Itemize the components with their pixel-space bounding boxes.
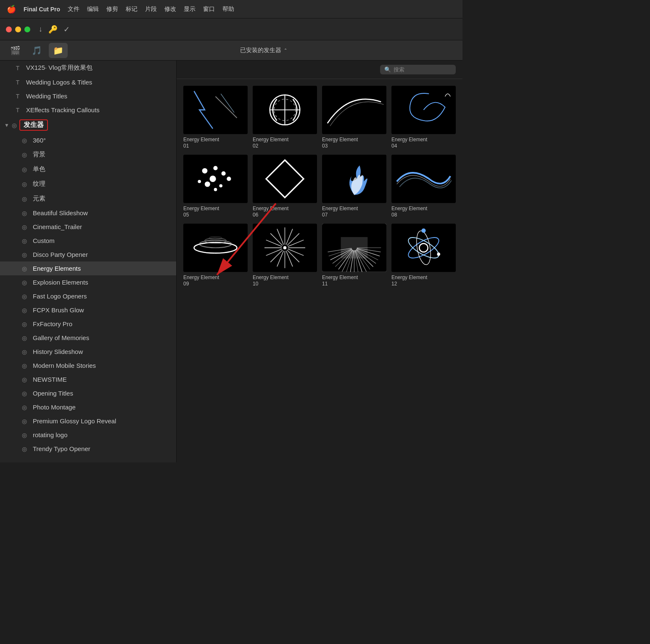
search-input[interactable]: [394, 66, 452, 73]
tab-photos-icon[interactable]: 🎵: [27, 43, 46, 58]
grid-item-ee06[interactable]: Energy Element 06: [253, 155, 317, 219]
sidebar-item-fcpx-brush[interactable]: ◎ FCPX Brush Glow: [0, 303, 176, 317]
sidebar-item-explosion[interactable]: ◎ Explosion Elements: [0, 275, 176, 289]
grid-label-ee09: Energy Element 09: [183, 274, 248, 288]
sidebar-item-wedding-titles[interactable]: T Wedding Titles: [0, 89, 176, 103]
traffic-lights: [6, 26, 30, 32]
svg-rect-20: [253, 155, 317, 203]
sidebar-item-energy-elements[interactable]: ◎ Energy Elements: [0, 261, 176, 275]
grid-label-ee12: Energy Element 12: [391, 274, 456, 288]
sidebar-icon-wedding-logos: T: [13, 79, 22, 86]
sidebar-item-premium-glossy[interactable]: ◎ Premium Glossy Logo Reveal: [0, 414, 176, 428]
key-icon[interactable]: 🔑: [48, 25, 58, 34]
menu-app-name[interactable]: Final Cut Pro: [24, 6, 60, 13]
sidebar-label-fcpx-brush: FCPX Brush Glow: [33, 306, 169, 314]
sidebar-item-opening-titles[interactable]: ◎ Opening Titles: [0, 386, 176, 400]
sidebar-icon-energy-elements: ◎: [20, 265, 29, 272]
section-generator-icon: ◎: [12, 122, 17, 129]
sidebar-label-cinematic: Cinematic_Trailer: [33, 223, 169, 230]
grid-item-ee02[interactable]: Energy Element 02: [253, 86, 317, 150]
sidebar-icon-xeffects: T: [13, 107, 22, 113]
sidebar-label-history: History Slideshow: [33, 348, 169, 355]
sidebar-item-360[interactable]: ◎ 360°: [0, 133, 176, 147]
grid-item-ee10[interactable]: Energy Element 10: [253, 224, 317, 288]
menu-edit[interactable]: 编辑: [87, 5, 99, 13]
sidebar-item-fast-logo[interactable]: ◎ Fast Logo Openers: [0, 289, 176, 303]
sidebar-item-photo-montage[interactable]: ◎ Photo Montage: [0, 400, 176, 414]
sidebar-icon-custom: ◎: [20, 238, 29, 244]
minimize-button[interactable]: [15, 26, 21, 32]
sidebar-item-trendy-typo[interactable]: ◎ Trendy Typo Opener: [0, 442, 176, 456]
sidebar-item-modern-mobile[interactable]: ◎ Modern Mobile Stories: [0, 359, 176, 372]
sidebar-icon-vlog: T: [13, 65, 22, 71]
close-button[interactable]: [6, 26, 12, 32]
svg-point-11: [202, 168, 208, 174]
grid-item-ee04[interactable]: Energy Element 04: [391, 86, 456, 150]
grid-item-ee03[interactable]: Energy Element 03: [322, 86, 386, 150]
sidebar-item-custom[interactable]: ◎ Custom: [0, 234, 176, 248]
sidebar-item-gallery[interactable]: ◎ Gallery of Memories: [0, 331, 176, 345]
menu-window[interactable]: 窗口: [203, 5, 215, 13]
tab-projects-icon[interactable]: 🎬: [6, 43, 25, 58]
search-bar: 🔍: [177, 61, 462, 79]
grid-item-ee12[interactable]: Energy Element 12: [391, 224, 456, 288]
grid-container: Energy Element 01 Energy Element 02 Ener…: [177, 79, 462, 462]
sidebar-item-wedding-logos[interactable]: T Wedding Logos & Titles: [0, 75, 176, 89]
search-icon: 🔍: [384, 66, 391, 73]
sidebar-item-rotating-logo[interactable]: ◎ rotating logo: [0, 428, 176, 442]
check-icon[interactable]: ✓: [63, 25, 70, 34]
svg-point-16: [219, 184, 222, 187]
sidebar-icon-modern-mobile: ◎: [20, 362, 29, 369]
menu-trim[interactable]: 修剪: [106, 5, 118, 13]
apple-logo-icon[interactable]: 🍎: [7, 5, 16, 14]
thumbnail-ee08: [391, 155, 456, 203]
svg-point-19: [214, 188, 217, 191]
tab-title: 已安装的发生器: [240, 47, 281, 54]
menu-help[interactable]: 帮助: [222, 5, 234, 13]
thumbnail-ee03: [322, 86, 386, 134]
grid-item-ee05[interactable]: Energy Element 05: [183, 155, 248, 219]
sidebar: T VX125· Vlog常用效果包 T Wedding Logos & Tit…: [0, 61, 177, 462]
menu-clip[interactable]: 片段: [145, 5, 157, 13]
sidebar-item-texture[interactable]: ◎ 纹理: [0, 177, 176, 191]
svg-point-76: [437, 253, 440, 256]
grid-label-ee08: Energy Element 08: [391, 206, 456, 219]
sidebar-label-bg: 背景: [33, 150, 169, 158]
sidebar-item-elements[interactable]: ◎ 元素: [0, 191, 176, 206]
grid-item-ee01[interactable]: Energy Element 01: [183, 86, 248, 150]
fullscreen-button[interactable]: [24, 26, 30, 32]
svg-point-14: [222, 171, 226, 175]
sidebar-item-solid[interactable]: ◎ 单色: [0, 162, 176, 177]
tab-generators-icon[interactable]: 📁: [49, 43, 68, 58]
chevron-down-icon[interactable]: ⌃: [284, 48, 287, 53]
sidebar-item-bg[interactable]: ◎ 背景: [0, 147, 176, 162]
grid-item-ee07[interactable]: Energy Element 07: [322, 155, 386, 219]
sidebar-item-fxfactory[interactable]: ◎ FxFactory Pro: [0, 317, 176, 331]
thumbnail-ee10: [253, 224, 317, 272]
sidebar-item-vlog[interactable]: T VX125· Vlog常用效果包: [0, 61, 176, 75]
menu-view[interactable]: 显示: [184, 5, 196, 13]
section-generator[interactable]: ▼ ◎ 发生器: [0, 117, 176, 133]
sidebar-item-history[interactable]: ◎ History Slideshow: [0, 345, 176, 359]
grid-item-ee09[interactable]: Energy Element 09: [183, 224, 248, 288]
sidebar-label-newstime: NEWSTIME: [33, 376, 169, 383]
sidebar-item-newstime[interactable]: ◎ NEWSTIME: [0, 372, 176, 386]
thumbnail-ee04: [391, 86, 456, 134]
sidebar-label-360: 360°: [33, 137, 169, 144]
down-arrow-icon[interactable]: ↓: [39, 25, 42, 34]
sidebar-item-beautiful-slideshow[interactable]: ◎ Beautiful Slideshow: [0, 206, 176, 220]
grid-label-ee07: Energy Element 07: [322, 206, 386, 219]
sidebar-item-disco[interactable]: ◎ Disco Party Opener: [0, 248, 176, 261]
sidebar-item-xeffects[interactable]: T XEffects Tracking Callouts: [0, 103, 176, 117]
grid-item-ee08[interactable]: Energy Element 08: [391, 155, 456, 219]
grid-item-ee11[interactable]: Energy Element 11: [322, 224, 386, 288]
menu-file[interactable]: 文件: [68, 5, 79, 13]
sidebar-item-cinematic[interactable]: ◎ Cinematic_Trailer: [0, 220, 176, 234]
thumbnail-ee09: [183, 224, 248, 272]
main-layout: T VX125· Vlog常用效果包 T Wedding Logos & Tit…: [0, 61, 462, 462]
sidebar-label-energy-elements: Energy Elements: [33, 265, 169, 272]
sidebar-label-fxfactory: FxFactory Pro: [33, 320, 169, 327]
menu-mark[interactable]: 标记: [126, 5, 137, 13]
grid: Energy Element 01 Energy Element 02 Ener…: [183, 86, 456, 288]
menu-modify[interactable]: 修改: [164, 5, 176, 13]
